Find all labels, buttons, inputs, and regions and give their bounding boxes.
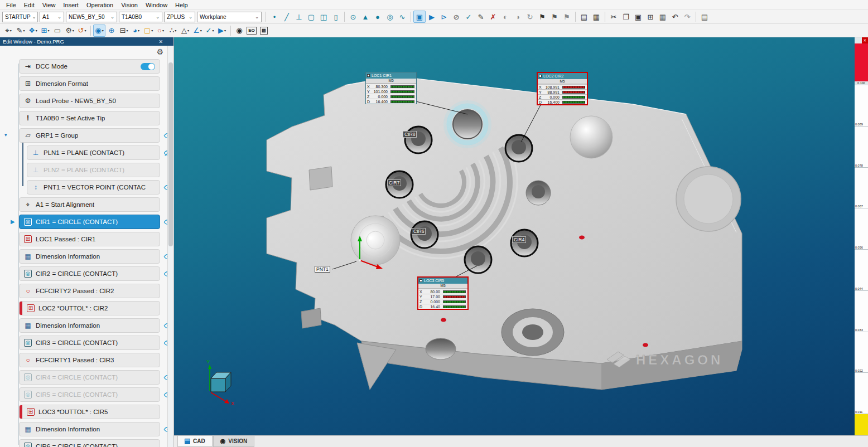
alignment-combo[interactable]: A1⌄ bbox=[40, 12, 64, 22]
line-icon[interactable]: ╱ bbox=[281, 11, 293, 23]
paste-icon[interactable]: ▣ bbox=[632, 11, 644, 23]
clear-marked-icon[interactable]: ⊘ bbox=[450, 11, 462, 23]
execute-icon[interactable]: ▶ bbox=[426, 11, 438, 23]
command-cir4[interactable]: ◎CIR4 = CIRCLE (CONTACT) bbox=[19, 370, 160, 385]
command-dimension-format[interactable]: ⊞Dimension Format bbox=[19, 76, 160, 91]
command-loc3[interactable]: ⊞LOC3 *OUTTOL* : CIR5 bbox=[19, 405, 160, 419]
tab-vision[interactable]: ◉VISION bbox=[213, 436, 255, 447]
mark-done-icon[interactable]: ✓ bbox=[462, 11, 475, 23]
gear-icon[interactable]: ⚙ bbox=[156, 47, 163, 56]
mark-complete-icon[interactable]: ✓▾ bbox=[204, 25, 216, 37]
expander-icon[interactable]: ▾ bbox=[4, 132, 7, 138]
menu-insert[interactable]: Insert bbox=[59, 2, 83, 8]
array-icon[interactable]: ▦ bbox=[657, 11, 669, 23]
zoom-fit-icon[interactable]: ⊞▾ bbox=[39, 25, 51, 37]
pattern-icon[interactable]: ⊞ bbox=[644, 11, 657, 23]
command-pln2[interactable]: ⊥PLN2 = PLANE (CONTACT) bbox=[27, 163, 160, 177]
command-loc1[interactable]: ⊞LOC1 Passed : CIR1 bbox=[19, 232, 160, 246]
checkbox-icon[interactable] bbox=[539, 75, 542, 77]
checkbox-icon[interactable] bbox=[419, 279, 422, 282]
lookahead-combo[interactable]: Workplane⌄ bbox=[197, 12, 262, 22]
workplane-combo[interactable]: ZPLUS⌄ bbox=[164, 12, 195, 22]
square-slot-icon[interactable]: ◫ bbox=[317, 11, 330, 23]
loc3-dimension-box[interactable]: LOC3 CIR5M5X80.00Y17.00Z0.000D16.40 bbox=[417, 276, 469, 310]
panel-scrollbar[interactable] bbox=[167, 46, 173, 447]
vision-image-icon[interactable]: ▨ bbox=[258, 25, 270, 37]
clearance-plane-icon[interactable]: ▢▾ bbox=[142, 25, 155, 37]
dcc-toggle[interactable] bbox=[141, 63, 155, 70]
command-dcc-mode[interactable]: ⇥DCC Mode bbox=[19, 59, 160, 74]
menu-operation[interactable]: Operation bbox=[83, 2, 117, 8]
scale-close-icon[interactable]: ✕ bbox=[862, 37, 868, 43]
graphics-window-icon[interactable]: ▣ bbox=[413, 11, 426, 23]
probe-position-icon[interactable]: ⊕ bbox=[105, 25, 118, 37]
angle-icon[interactable]: ∠▾ bbox=[191, 25, 204, 37]
probe-utilities-icon[interactable]: ⌖▾ bbox=[2, 25, 15, 37]
sphere-off-icon[interactable]: ◐ bbox=[499, 11, 512, 23]
cut-icon[interactable]: ✂ bbox=[607, 11, 620, 23]
gage-icon[interactable]: △▾ bbox=[179, 25, 191, 37]
report-preview-icon[interactable]: ▦ bbox=[590, 11, 602, 23]
perpendicular-icon[interactable]: ⊥ bbox=[293, 11, 305, 23]
print-icon[interactable]: ▤ bbox=[698, 11, 711, 23]
camera-icon[interactable]: ◉ bbox=[233, 25, 245, 37]
execute-from-icon[interactable]: ⊳ bbox=[438, 11, 450, 23]
cylinder-icon[interactable]: ⊙ bbox=[347, 11, 359, 23]
bookmark2-icon[interactable]: ⚑ bbox=[548, 11, 561, 23]
circle-feature-icon[interactable]: ◎ bbox=[384, 11, 396, 23]
curve-icon[interactable]: ∿ bbox=[396, 11, 408, 23]
command-fcfcirty2[interactable]: ○FCFCIRTY2 Passed : CIR2 bbox=[19, 284, 160, 298]
loc2-dimension-box[interactable]: LOC2 CIR2M5X108.991Y88.991Z0.000D16.400 bbox=[537, 72, 588, 105]
sphere-off2-icon[interactable]: ◑ bbox=[512, 11, 524, 23]
command-dim-info-3[interactable]: ▦Dimension Information bbox=[19, 422, 160, 436]
surface-view-icon[interactable]: ◕▾ bbox=[130, 25, 142, 37]
comment-icon[interactable]: ▭ bbox=[51, 25, 64, 37]
view-orientation-icon[interactable]: ◉▾ bbox=[93, 25, 105, 37]
copy-icon[interactable]: ❐ bbox=[620, 11, 632, 23]
tip-combo[interactable]: T1A0B0⌄ bbox=[119, 12, 162, 22]
round-slot-icon[interactable]: ▢ bbox=[305, 11, 317, 23]
program-combo[interactable]: STARTUP⌄ bbox=[2, 12, 38, 22]
refresh-icon[interactable]: ↻ bbox=[524, 11, 536, 23]
tab-cad[interactable]: CAD bbox=[177, 436, 213, 447]
execute-mini-icon[interactable]: ▶▾ bbox=[216, 25, 228, 37]
command-dim-info-1[interactable]: ▦Dimension Information bbox=[19, 249, 160, 264]
command-load-probe[interactable]: ΦLoad Probe - NEW5_BY_50 bbox=[19, 94, 160, 108]
command-pnt1[interactable]: ↕PNT1 = VECTOR POINT (CONTAC bbox=[27, 180, 160, 195]
tolerance-circle-icon[interactable]: ○▾ bbox=[155, 25, 167, 37]
command-active-tip[interactable]: !T1A0B0 = Set Active Tip bbox=[19, 111, 160, 125]
command-cir3[interactable]: ◎CIR3 = CIRCLE (CONTACT) bbox=[19, 336, 160, 350]
sphere-icon[interactable]: ● bbox=[372, 11, 384, 23]
path-settings-icon[interactable]: ⚙▾ bbox=[64, 25, 76, 37]
rect-slot-icon[interactable]: ▯ bbox=[330, 11, 342, 23]
undo-icon[interactable]: ↶ bbox=[669, 11, 681, 23]
cad-viewport[interactable]: Y X HEXAGON CIR8CIR7CIR6CIR4PNT1LOC1 CIR… bbox=[174, 37, 855, 435]
delete-command-icon[interactable]: ✗ bbox=[487, 11, 499, 23]
menu-file[interactable]: File bbox=[2, 2, 20, 8]
command-grp1[interactable]: ▱GRP1 = Group bbox=[19, 128, 160, 143]
command-cir2[interactable]: ◎CIR2 = CIRCLE (CONTACT) bbox=[19, 266, 160, 281]
menu-window[interactable]: Window bbox=[142, 2, 171, 8]
checkbox-icon[interactable] bbox=[367, 74, 370, 77]
cone-icon[interactable]: ▲ bbox=[359, 11, 372, 23]
menu-help[interactable]: Help bbox=[171, 2, 192, 8]
orientation-cube[interactable]: Y X bbox=[206, 359, 234, 406]
probe-combo[interactable]: NEW5_BY_50⌄ bbox=[66, 12, 117, 22]
vision-eo-icon[interactable]: EO bbox=[245, 25, 258, 37]
feature-id-icon[interactable]: ⊟▾ bbox=[118, 25, 130, 37]
menu-view[interactable]: View bbox=[38, 2, 60, 8]
command-cir5[interactable]: ◎CIR5 = CIRCLE (CONTACT) bbox=[19, 387, 160, 402]
point-icon[interactable]: • bbox=[268, 11, 281, 23]
scrollbar-thumb[interactable] bbox=[168, 62, 173, 246]
loc1-dimension-box[interactable]: LOC1 CIR1M5X80.300Y101.000Z0.000D16.400 bbox=[365, 72, 417, 104]
command-dim-info-2[interactable]: ▦Dimension Information bbox=[19, 318, 160, 333]
close-icon[interactable]: ✕ bbox=[158, 39, 163, 45]
command-a1[interactable]: ⌖A1 = Start Alignment bbox=[19, 197, 160, 212]
report-icon[interactable]: ▤ bbox=[578, 11, 590, 23]
menu-vision[interactable]: Vision bbox=[117, 2, 142, 8]
pointcloud-icon[interactable]: ∴▾ bbox=[167, 25, 179, 37]
rotate-icon[interactable]: ↺▾ bbox=[76, 25, 88, 37]
edit-window-icon[interactable]: ✎▾ bbox=[15, 25, 27, 37]
command-cir1[interactable]: ◎CIR1 = CIRCLE (CONTACT) bbox=[19, 215, 160, 229]
command-pln1[interactable]: ⊥PLN1 = PLANE (CONTACT) bbox=[27, 145, 160, 160]
